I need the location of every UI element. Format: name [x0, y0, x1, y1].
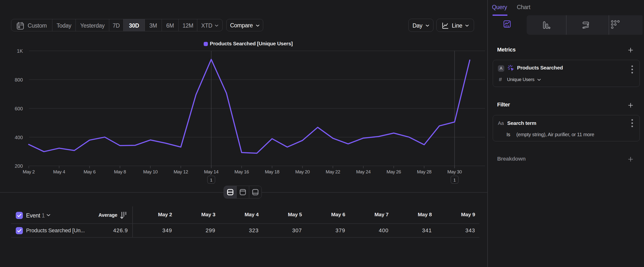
svg-text:May 14: May 14 — [204, 169, 219, 174]
svg-text:May 8: May 8 — [114, 169, 126, 174]
svg-text:May 28: May 28 — [417, 169, 432, 174]
svg-text:May 6: May 6 — [84, 169, 96, 174]
svg-text:600: 600 — [15, 106, 23, 111]
svg-text:May 26: May 26 — [386, 169, 401, 174]
svg-text:May 10: May 10 — [143, 169, 158, 174]
svg-text:1: 1 — [453, 178, 456, 182]
svg-text:800: 800 — [15, 77, 23, 83]
svg-text:May 12: May 12 — [174, 169, 188, 174]
svg-text:1: 1 — [210, 178, 212, 182]
svg-text:May 16: May 16 — [234, 169, 249, 174]
svg-text:May 2: May 2 — [23, 169, 35, 174]
svg-text:1K: 1K — [17, 48, 23, 54]
svg-text:May 4: May 4 — [53, 169, 66, 174]
svg-text:400: 400 — [15, 135, 23, 140]
svg-text:May 30: May 30 — [448, 169, 462, 174]
svg-text:May 18: May 18 — [265, 169, 280, 174]
svg-text:May 24: May 24 — [356, 169, 371, 174]
svg-text:200: 200 — [15, 163, 23, 169]
svg-text:May 20: May 20 — [295, 169, 310, 174]
svg-text:May 22: May 22 — [326, 169, 340, 174]
